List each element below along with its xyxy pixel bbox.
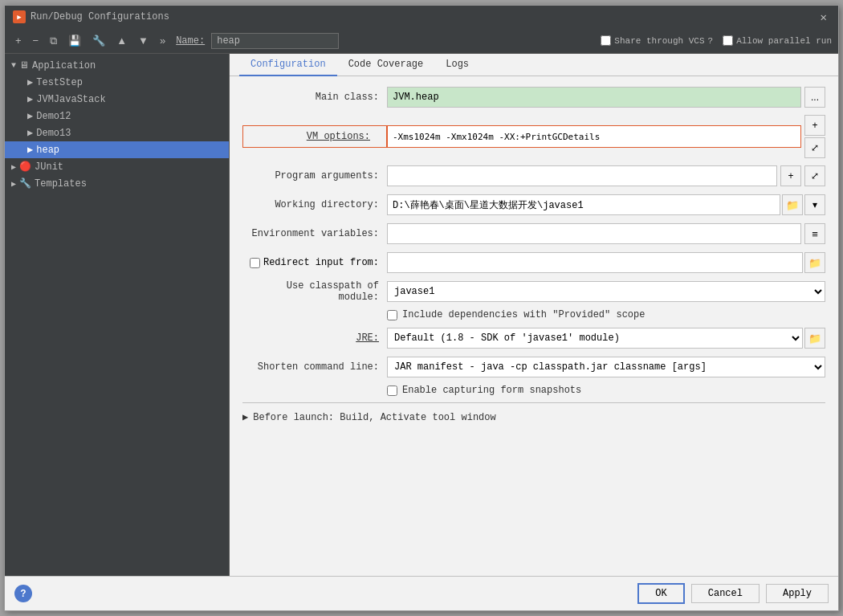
share-vcs-label[interactable]: Share through VCS ? [601,35,713,46]
sidebar-item-jvmjavastack[interactable]: ▶ JVMJavaStack [5,91,229,108]
chevron-down-icon: ▼ [11,61,16,70]
classpath-group: javase1 [387,281,825,302]
allow-parallel-label[interactable]: Allow parallel run [723,35,832,46]
redirect-checkbox[interactable] [250,258,260,268]
close-button[interactable]: ✕ [817,9,830,26]
config-panel: Main class: ... VM options: + [230,76,838,576]
program-args-input[interactable] [387,165,777,186]
ok-button[interactable]: OK [637,583,684,604]
jre-label: JRE: [242,332,387,344]
working-dir-dropdown-button[interactable]: ▾ [804,194,825,215]
program-args-row: Program arguments: + ⤢ [242,165,825,187]
tab-configuration[interactable]: Configuration [239,54,337,76]
remove-button[interactable]: − [29,32,43,49]
before-launch-header[interactable]: ▶ Before launch: Build, Activate tool wi… [242,410,825,425]
main-class-row: Main class: ... [242,86,825,108]
tab-logs[interactable]: Logs [434,54,480,76]
wrench-button[interactable]: 🔧 [88,32,109,49]
redirect-group: 📁 [387,252,825,273]
before-launch-chevron-icon: ▶ [242,411,248,423]
run-debug-dialog: ▶ Run/Debug Configurations ✕ + − ⧉ 💾 🔧 ▲… [4,5,839,611]
run-icon: ▶ [27,76,33,88]
jre-group: Default (1.8 - SDK of 'javase1' module) … [387,328,825,349]
footer: ? OK Cancel Apply [5,576,838,610]
allow-parallel-checkbox[interactable] [723,35,733,46]
program-args-label: Program arguments: [242,170,387,182]
sidebar-item-demo13[interactable]: ▶ Demo13 [5,124,229,141]
working-dir-input[interactable] [387,194,780,215]
sidebar-item-label: Templates [35,178,87,190]
redirect-label: Redirect input from: [263,257,379,268]
env-vars-label: Environment variables: [242,228,387,239]
save-button[interactable]: 💾 [64,32,85,49]
working-dir-row: Working directory: 📁 ▾ [242,194,825,216]
sidebar-item-demo12[interactable]: ▶ Demo12 [5,108,229,124]
working-dir-group: 📁 ▾ [387,194,825,215]
include-deps-checkbox[interactable] [387,310,397,320]
vm-options-input[interactable] [388,126,800,147]
add-button[interactable]: + [11,32,26,49]
program-args-add-button[interactable]: + [780,165,801,186]
vm-options-label-box: VM options: [242,125,387,148]
classpath-select[interactable]: javase1 [387,281,825,302]
main-class-input-group: ... [387,87,825,108]
before-launch-label: Before launch: Build, Activate tool wind… [253,412,495,423]
sidebar-item-label: TestStep [36,77,83,88]
sidebar-item-label: Application [32,60,96,71]
chevron-right-icon: ▶ [11,179,16,189]
copy-button[interactable]: ⧉ [46,32,61,50]
program-args-expand-button[interactable]: ⤢ [804,165,825,186]
sidebar-section-application[interactable]: ▼ 🖥 Application [5,57,229,74]
vm-options-add-button[interactable]: + [804,115,825,136]
main-content: ▼ 🖥 Application ▶ TestStep ▶ JVMJavaStac… [5,54,838,576]
sidebar-section-junit[interactable]: ▶ 🔴 JUnit [5,158,229,175]
up-button[interactable]: ▲ [112,32,131,49]
toolbar: + − ⧉ 💾 🔧 ▲ ▼ » Name: Share through VCS … [5,28,838,54]
jre-select[interactable]: Default (1.8 - SDK of 'javase1' module) [387,328,803,349]
env-vars-edit-button[interactable]: ≡ [804,223,825,244]
tab-code-coverage[interactable]: Code Coverage [337,54,435,76]
run-icon: ▶ [27,110,33,122]
env-vars-input[interactable] [387,223,801,244]
vm-options-expand-button[interactable]: ⤢ [804,137,825,158]
redirect-folder-button[interactable]: 📁 [804,252,825,273]
down-button[interactable]: ▼ [134,32,153,49]
vm-options-box [387,125,801,148]
shorten-cmd-select[interactable]: JAR manifest - java -cp classpath.jar cl… [387,357,825,377]
sidebar-item-label: heap [36,145,59,156]
enable-snapshots-label: Enable capturing form snapshots [402,385,581,396]
apply-button[interactable]: Apply [766,584,829,603]
shorten-cmd-row: Shorten command line: JAR manifest - jav… [242,356,825,378]
share-vcs-checkbox[interactable] [601,35,611,46]
run-icon: ▶ [27,144,33,156]
run-icon: ▶ [27,93,33,105]
env-vars-row: Environment variables: ≡ [242,222,825,245]
name-label: Name: [176,35,205,47]
main-class-input[interactable] [387,87,801,108]
tabs: Configuration Code Coverage Logs [230,54,838,76]
sidebar-section-templates[interactable]: ▶ 🔧 Templates [5,175,229,192]
name-input[interactable] [211,33,339,49]
classpath-row: Use classpath of module: javase1 [242,280,825,303]
help-button[interactable]: ? [14,585,32,602]
before-launch-section: ▶ Before launch: Build, Activate tool wi… [242,402,825,431]
right-panel: Configuration Code Coverage Logs Main cl… [230,54,838,576]
sidebar-item-teststep[interactable]: ▶ TestStep [5,74,229,91]
name-options: Share through VCS ? Allow parallel run [601,35,832,46]
run-icon: ▶ [27,127,33,139]
vm-options-label: VM options: [307,131,378,142]
env-vars-group: ≡ [387,223,825,244]
cancel-button[interactable]: Cancel [691,584,760,603]
jre-folder-button[interactable]: 📁 [804,328,825,349]
main-class-browse-button[interactable]: ... [804,87,825,108]
working-dir-folder-button[interactable]: 📁 [782,194,803,215]
program-args-group: + ⤢ [387,165,825,186]
dialog-title: Run/Debug Configurations [31,11,169,22]
sidebar: ▼ 🖥 Application ▶ TestStep ▶ JVMJavaStac… [5,54,230,576]
enable-snapshots-row: Enable capturing form snapshots [387,385,825,396]
enable-snapshots-checkbox[interactable] [387,386,397,396]
sidebar-item-heap[interactable]: ▶ heap [5,141,229,158]
more-button[interactable]: » [156,32,169,49]
application-icon: 🖥 [19,59,29,71]
redirect-input[interactable] [387,252,803,273]
